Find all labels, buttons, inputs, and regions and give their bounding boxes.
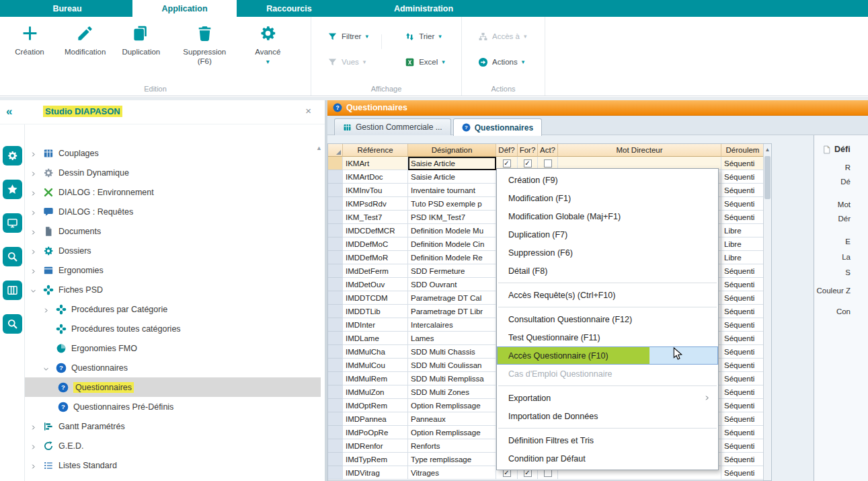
row-selector[interactable] (328, 170, 343, 184)
column-header-sel[interactable] (328, 144, 343, 157)
cell-deroulement[interactable]: Séquenti (721, 345, 764, 359)
context-menu-item-acc-s-questionnaire-f10[interactable]: Accès Questionnaire (F10) (497, 346, 718, 365)
cell-designation[interactable]: Parametrage DT Libr (408, 305, 496, 318)
cell-deroulement[interactable]: Séquenti (721, 264, 764, 278)
row-selector[interactable] (328, 345, 343, 359)
cell-deroulement[interactable]: Séquenti (721, 426, 764, 439)
cell-designation[interactable]: Saisie Article (408, 157, 496, 170)
row-selector[interactable] (328, 157, 343, 170)
cell-deroulement[interactable]: Séquenti (721, 359, 764, 372)
cell-reference[interactable]: IMdTypRem (343, 453, 408, 466)
cell-deroulement[interactable]: Séquenti (721, 453, 764, 466)
row-selector[interactable] (328, 372, 343, 385)
cell-deroulement[interactable]: Libre (721, 237, 764, 251)
cell-designation[interactable]: Option Remplissage (408, 399, 496, 412)
rail-monitor-button[interactable] (3, 213, 22, 233)
tree-item-couplages[interactable]: Couplages (25, 143, 321, 163)
cell-reference[interactable]: IKMArtDoc (343, 170, 408, 184)
cell-deroulement[interactable]: Séquenti (721, 439, 764, 453)
cell-designation[interactable]: SDD Ouvrant (408, 278, 496, 291)
tree-item-gantt-param-tr-s[interactable]: Gantt Paramétrés (25, 416, 321, 436)
tree-item-dessin-dynamique[interactable]: Dessin Dynamique (25, 163, 321, 182)
cell-designation[interactable]: Definition Modele Cin (408, 237, 496, 251)
context-menu-item-acc-s-requ-te-s-ctrl-f10[interactable]: Accès Requête(s) (Ctrl+F10) (497, 286, 718, 304)
row-selector[interactable] (328, 278, 343, 291)
menu-tab-administration[interactable]: Administration (373, 0, 474, 17)
menu-tab-application[interactable]: Application (132, 0, 237, 17)
menu-tab-bureau[interactable]: Bureau (37, 0, 97, 17)
context-menu-item-exportation[interactable]: Exportation (497, 389, 718, 407)
cell-deroulement[interactable]: Séquenti (721, 332, 764, 345)
ribbon-acc-s-button[interactable]: Accès à▾ (478, 30, 545, 42)
rail-search-button[interactable] (3, 314, 22, 334)
cell-designation[interactable]: Saisie Article (408, 170, 496, 184)
row-selector[interactable] (328, 332, 343, 345)
context-menu-item-cr-ation-f9[interactable]: Création (F9) (497, 171, 718, 189)
tree-item-proc-dures-par-cat-gorie[interactable]: Procédures par Catégorie (25, 299, 321, 319)
cell-reference[interactable]: IMDCDefMCR (343, 224, 408, 237)
cell-designation[interactable]: SDD Fermeture (408, 264, 496, 278)
cell-deroulement[interactable]: Séquenti (721, 385, 764, 399)
row-selector[interactable] (328, 264, 343, 278)
scrollbar-thumb[interactable] (764, 156, 771, 199)
cell-reference[interactable]: IMdMulZon (343, 385, 408, 399)
cell-designation[interactable]: SDD Multi Remplissa (408, 372, 496, 385)
cell-reference[interactable]: IMdPoOpRe (343, 426, 408, 439)
row-selector[interactable] (328, 466, 343, 480)
cell-designation[interactable]: Inventaire tournant (408, 184, 496, 197)
rail-columns-button[interactable] (3, 281, 22, 300)
doc-tab-gestion-commerciale[interactable]: Gestion Commerciale ... (334, 118, 451, 135)
cell-deroulement[interactable]: Séquenti (721, 197, 764, 211)
cell-designation[interactable]: Panneaux (408, 412, 496, 426)
cell-designation[interactable]: PSD IKM_Test7 (408, 211, 496, 224)
tree-item-ergonomies[interactable]: Ergonomies (25, 260, 321, 280)
cell-deroulement[interactable]: Séquenti (721, 170, 764, 184)
column-header-for[interactable]: For? (518, 144, 538, 157)
row-selector[interactable] (328, 426, 343, 439)
cell-designation[interactable]: Renforts (408, 439, 496, 453)
cell-designation[interactable]: Lames (408, 332, 496, 345)
tree-item-g-e-d[interactable]: G.E.D. (25, 436, 321, 455)
row-selector[interactable] (328, 251, 343, 264)
tree-item-dossiers[interactable]: Dossiers (25, 241, 321, 260)
row-selector[interactable] (328, 412, 343, 426)
tree-item-listes-standard[interactable]: Listes Standard (25, 455, 321, 475)
context-menu-item-duplication-f7[interactable]: Duplication (F7) (497, 225, 718, 244)
cell-reference[interactable]: IMdMulCou (343, 359, 408, 372)
cell-reference[interactable]: IKMArt (343, 157, 408, 170)
cell-designation[interactable]: Option Remplissage (408, 426, 496, 439)
cell-reference[interactable]: IMDDefMoC (343, 237, 408, 251)
cell-deroulement[interactable]: Libre (721, 251, 764, 264)
column-header-act[interactable]: Act? (538, 144, 558, 157)
cell-reference[interactable]: IMDDTCDM (343, 291, 408, 305)
row-selector[interactable] (328, 211, 343, 224)
cell-designation[interactable]: Vitrages (408, 466, 496, 480)
cell-deroulement[interactable]: Libre (721, 224, 764, 237)
table-scrollbar[interactable]: ▲ (763, 144, 771, 480)
tree-scrollbar-up-icon[interactable]: ▲ (316, 145, 322, 151)
row-selector[interactable] (328, 224, 343, 237)
ribbon-trier-button[interactable]: Trier▾ (405, 30, 461, 42)
cell-designation[interactable]: SDD Multi Chassis (408, 345, 496, 359)
rail-star-button[interactable] (3, 180, 22, 199)
cell-designation[interactable]: SDD Multi Coulissan (408, 359, 496, 372)
cell-designation[interactable]: Definition Modele Mu (408, 224, 496, 237)
tree-item-proc-dures-toutes-cat-gories[interactable]: Procédures toutes catégories (25, 319, 321, 338)
cell-deroulement[interactable]: Séquenti (721, 184, 764, 197)
cell-designation[interactable]: Intercalaires (408, 318, 496, 332)
cell-reference[interactable]: IMDPannea (343, 412, 408, 426)
ribbon-avanc-button[interactable]: Avancé▾ (249, 24, 286, 67)
context-menu-item-test-questionnaire-f11[interactable]: Test Questionnaire (F11) (497, 328, 718, 346)
row-selector[interactable] (328, 439, 343, 453)
context-menu-item-modification-globale-maj-f1[interactable]: Modification Globale (Maj+F1) (497, 207, 718, 225)
cell-reference[interactable]: IMdDetFerm (343, 264, 408, 278)
ribbon-actions-button[interactable]: Actions▾ (478, 56, 545, 68)
context-menu-item-modification-f1[interactable]: Modification (F1) (497, 189, 718, 207)
cell-reference[interactable]: IMdOptRem (343, 399, 408, 412)
row-selector[interactable] (328, 291, 343, 305)
cell-deroulement[interactable]: Séquenti (721, 372, 764, 385)
cell-reference[interactable]: IMDInter (343, 318, 408, 332)
column-header-des[interactable]: Désignation (408, 144, 496, 157)
tree-item-ergonomies-fmo[interactable]: Ergonomies FMO (25, 338, 321, 358)
ribbon-cr-ation-button[interactable]: Création (11, 24, 48, 67)
